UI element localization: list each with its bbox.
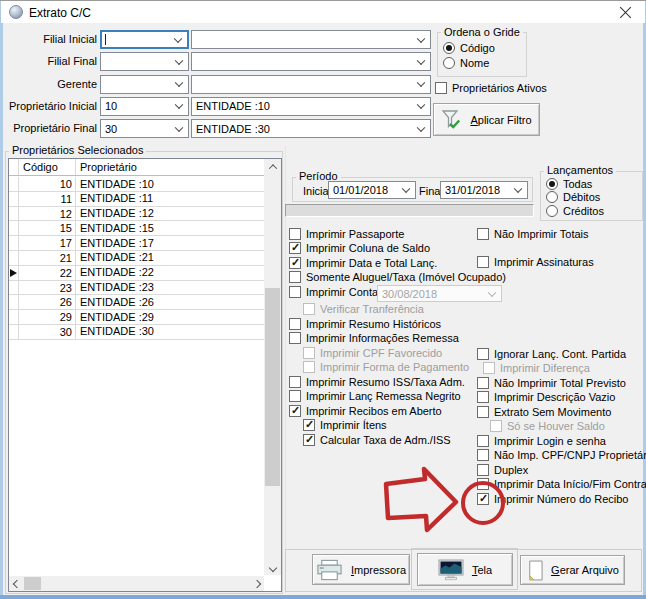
aplicar-filtro-button[interactable]: Aplicar Filtro [433, 103, 540, 136]
proprietario-inicial-code-combo[interactable]: 10 [100, 97, 189, 116]
annotation-arrow-icon [386, 469, 456, 530]
grid-row[interactable]: 26ENTIDADE :26 [9, 295, 264, 310]
checkbox-imprimir-passaporte[interactable]: Imprimir Passaporte [289, 227, 404, 240]
checkbox-imprimir-forma-de-pagamento: Imprimir Forma de Pagamento [303, 361, 469, 374]
gerente-code-combo[interactable] [100, 75, 189, 94]
checkbox-label: Imprimir Login e senha [494, 435, 606, 447]
checkbox-imprimir-login-e-senha[interactable]: Imprimir Login e senha [477, 434, 606, 447]
filial-inicial-name-combo[interactable] [191, 30, 431, 49]
gerente-name-combo[interactable] [191, 75, 431, 94]
checkbox-imprimir-resumo-iss-taxa-adm[interactable]: Imprimir Resumo ISS/Taxa Adm. [289, 375, 465, 388]
chevron-down-icon [175, 123, 183, 131]
checkbox-box [477, 464, 489, 476]
checkbox-label: Imprimir Número do Recibo [494, 493, 628, 505]
checkbox-imprimir-assinaturas[interactable]: Imprimir Assinaturas [477, 255, 594, 268]
grid-row[interactable]: 10ENTIDADE :10 [9, 177, 264, 192]
horizontal-scroll-thumb[interactable] [24, 577, 41, 590]
progress-bar [285, 204, 534, 217]
current-row-indicator-icon [10, 269, 17, 277]
row-indicator-cell [9, 325, 19, 339]
checkbox-imprimir-data-e-total-lanc[interactable]: Imprimir Data e Total Lanç. [289, 256, 437, 269]
cell-codigo: 21 [19, 251, 76, 265]
filial-inicial-code-combo[interactable] [100, 30, 189, 49]
scroll-right-button[interactable] [249, 576, 264, 591]
window-border [0, 595, 646, 599]
radio-debitos[interactable]: Débitos [546, 191, 600, 204]
proprietario-final-name-combo[interactable]: ENTIDADE :30 [191, 119, 431, 138]
grid-row[interactable]: 21ENTIDADE :21 [9, 251, 264, 266]
grid-row[interactable]: 23ENTIDADE :23 [9, 281, 264, 296]
checkbox-label: Extrato Sem Movimento [494, 406, 611, 418]
grid-row[interactable]: 15ENTIDADE :15 [9, 221, 264, 236]
checkbox-box [289, 376, 301, 388]
checkbox-imprimir-descricao-vazio[interactable]: Imprimir Descrição Vazio [477, 391, 615, 404]
row-indicator-cell [9, 281, 19, 295]
close-button[interactable] [611, 4, 639, 21]
radio-creditos[interactable]: Créditos [546, 204, 604, 217]
scroll-up-button[interactable] [264, 159, 281, 174]
row-indicator-cell [9, 266, 19, 280]
checkbox-ignorar-lanc-cont-partida[interactable]: Ignorar Lanç. Cont. Partida [477, 347, 626, 360]
filial-final-code-combo[interactable] [100, 52, 189, 71]
form-label-filial-final: Filial Final [1, 52, 97, 71]
row-indicator-cell [9, 192, 19, 206]
checkbox-nao-imprimir-totais[interactable]: Não Imprimir Totais [477, 227, 589, 240]
checkbox-somente-aluguel-taxa-imovel-ocupado[interactable]: Somente Aluguel/Taxa (Imóvel Ocupado) [289, 271, 506, 284]
scroll-left-button[interactable] [9, 576, 24, 591]
checkbox-imprimir-numero-do-recibo[interactable]: Imprimir Número do Recibo [477, 492, 628, 505]
radio-nome[interactable]: Nome [443, 56, 489, 69]
radio-codigo[interactable]: Código [443, 41, 495, 54]
checkbox-box [289, 242, 301, 254]
impressora-label: Impressora [351, 564, 406, 576]
checkbox-label: Imprimir Diferença [500, 362, 590, 374]
ordena-gride-group [437, 32, 527, 77]
grid-row[interactable]: 29ENTIDADE :29 [9, 310, 264, 325]
vertical-scrollbar[interactable] [264, 159, 281, 575]
checkbox-imprimir-coluna-de-saldo[interactable]: Imprimir Coluna de Saldo [289, 242, 430, 255]
proprietario-final-code-combo[interactable]: 30 [100, 119, 189, 138]
gerar-arquivo-button[interactable]: Gerar Arquivo [520, 555, 625, 585]
checkbox-duplex[interactable]: Duplex [477, 463, 528, 476]
cell-codigo: 26 [19, 295, 76, 309]
checkbox-label: Não Imprimir Total Previsto [494, 377, 626, 389]
chevron-down-icon [417, 101, 425, 109]
grid-indicator-column [9, 159, 19, 175]
filial-final-name-combo[interactable] [191, 52, 431, 71]
checkbox-nao-imprimir-total-previsto[interactable]: Não Imprimir Total Previsto [477, 376, 626, 389]
row-indicator-cell [9, 310, 19, 324]
grid-row[interactable]: 11ENTIDADE :11 [9, 192, 264, 207]
checkbox-imprimir-lanc-remessa-negrito[interactable]: Imprimir Lanç Remessa Negrito [289, 390, 461, 403]
checkbox-calcular-taxa-de-adm-iss[interactable]: Calcular Taxa de Adm./ISS [303, 433, 451, 446]
grid-row[interactable]: 22ENTIDADE :22 [9, 266, 264, 281]
periodo-final-combo[interactable]: 31/01/2018 [440, 181, 528, 199]
checkbox-imprimir-informacoes-remessa[interactable]: Imprimir Informações Remessa [289, 332, 459, 345]
cell-proprietario: ENTIDADE :10 [76, 177, 264, 192]
checkbox-proprietarios-ativos[interactable]: Proprietários Ativos [435, 81, 547, 94]
chevron-down-icon [488, 288, 496, 296]
grid-row[interactable]: 30ENTIDADE :30 [9, 325, 264, 340]
proprietario-inicial-name-combo[interactable]: ENTIDADE :10 [191, 97, 431, 116]
scroll-down-button[interactable] [264, 560, 281, 575]
checkbox-imprimir-itens[interactable]: Imprimir Ítens [303, 419, 387, 432]
radio-todas[interactable]: Todas [546, 177, 592, 190]
checkbox-extrato-sem-movimento[interactable]: Extrato Sem Movimento [477, 405, 611, 418]
tela-button[interactable]: Tela [417, 553, 513, 586]
chevron-right-icon [252, 579, 260, 587]
combo-value: ENTIDADE :30 [196, 123, 270, 135]
periodo-inicial-combo[interactable]: 01/01/2018 [328, 181, 416, 199]
vertical-scroll-thumb[interactable] [265, 288, 280, 486]
checkbox-box [303, 361, 315, 373]
impressora-button[interactable]: Impressora [312, 554, 410, 585]
checkbox-label: Imprimir CPF Favorecido [320, 347, 442, 359]
grid-row[interactable]: 12ENTIDADE :12 [9, 207, 264, 222]
checkbox-imprimir-data-inicio-fim-contrato[interactable]: Imprimir Data Início/Fim Contrato [477, 478, 646, 491]
checkbox-label: Duplex [494, 464, 528, 476]
cell-proprietario: ENTIDADE :23 [76, 280, 264, 295]
checkbox-imprimir-recibos-em-aberto[interactable]: Imprimir Recibos em Aberto [289, 404, 442, 417]
checkbox-nao-imp-cpf-cnpj-proprietario[interactable]: Não Imp. CPF/CNPJ Proprietário [477, 449, 646, 462]
checkbox-imprimir-resumo-historicos[interactable]: Imprimir Resumo Históricos [289, 317, 441, 330]
grid-row[interactable]: 17ENTIDADE :17 [9, 236, 264, 251]
proprietarios-grid: Código Proprietário 10ENTIDADE :1011ENTI… [8, 158, 282, 592]
horizontal-scrollbar[interactable] [9, 576, 264, 591]
periodo-inicial-label: Inicial [303, 185, 331, 197]
